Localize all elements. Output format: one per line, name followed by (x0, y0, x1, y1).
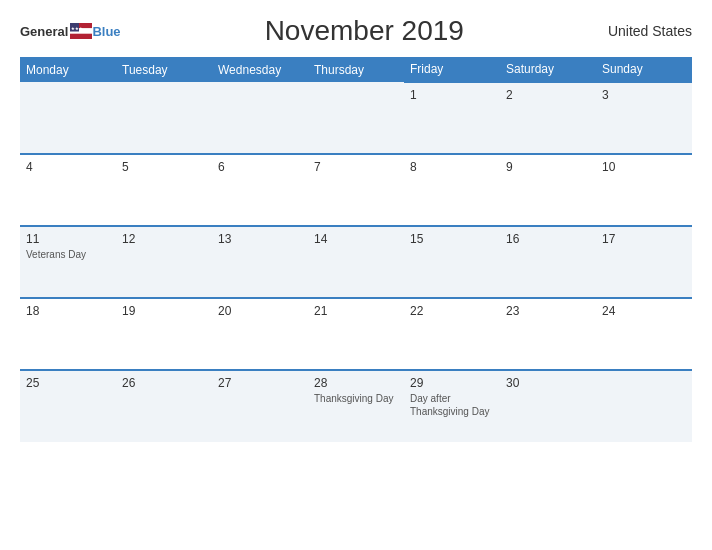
calendar-cell: 8 (404, 154, 500, 226)
day-number: 6 (218, 160, 302, 174)
day-header-wednesday: Wednesday (212, 57, 308, 82)
day-number: 22 (410, 304, 494, 318)
calendar-cell (116, 82, 212, 154)
calendar-cell: 10 (596, 154, 692, 226)
calendar-cell: 3 (596, 82, 692, 154)
day-header-tuesday: Tuesday (116, 57, 212, 82)
day-number: 11 (26, 232, 110, 246)
week-row: 45678910 (20, 154, 692, 226)
day-header-thursday: Thursday (308, 57, 404, 82)
calendar-cell: 2 (500, 82, 596, 154)
calendar-cell: 29Day afterThanksgiving Day (404, 370, 500, 442)
calendar-header: MondayTuesdayWednesdayThursdayFridaySatu… (20, 57, 692, 82)
day-number: 9 (506, 160, 590, 174)
logo-flag-icon: ★★★ (70, 23, 92, 39)
calendar-cell (308, 82, 404, 154)
calendar-cell: 18 (20, 298, 116, 370)
day-number: 17 (602, 232, 686, 246)
day-header-friday: Friday (404, 57, 500, 82)
calendar-cell: 24 (596, 298, 692, 370)
calendar-cell: 23 (500, 298, 596, 370)
day-number: 24 (602, 304, 686, 318)
day-number: 13 (218, 232, 302, 246)
week-row: 25262728Thanksgiving Day29Day afterThank… (20, 370, 692, 442)
calendar-cell: 27 (212, 370, 308, 442)
day-number: 16 (506, 232, 590, 246)
holiday-label: Day afterThanksgiving Day (410, 392, 494, 418)
calendar-cell: 19 (116, 298, 212, 370)
week-row: 18192021222324 (20, 298, 692, 370)
country-label: United States (608, 23, 692, 39)
day-header-saturday: Saturday (500, 57, 596, 82)
calendar-cell: 16 (500, 226, 596, 298)
calendar-table: MondayTuesdayWednesdayThursdayFridaySatu… (20, 57, 692, 442)
day-number: 18 (26, 304, 110, 318)
day-number: 15 (410, 232, 494, 246)
calendar-cell: 20 (212, 298, 308, 370)
week-row: 11Veterans Day121314151617 (20, 226, 692, 298)
header-row: MondayTuesdayWednesdayThursdayFridaySatu… (20, 57, 692, 82)
calendar-cell: 9 (500, 154, 596, 226)
calendar-cell (212, 82, 308, 154)
day-header-sunday: Sunday (596, 57, 692, 82)
day-number: 28 (314, 376, 398, 390)
logo: General ★★★ Blue (20, 23, 121, 39)
day-header-monday: Monday (20, 57, 116, 82)
day-number: 8 (410, 160, 494, 174)
day-number: 25 (26, 376, 110, 390)
calendar-cell: 4 (20, 154, 116, 226)
calendar-cell: 25 (20, 370, 116, 442)
calendar-cell: 5 (116, 154, 212, 226)
day-number: 4 (26, 160, 110, 174)
day-number: 27 (218, 376, 302, 390)
calendar-cell: 11Veterans Day (20, 226, 116, 298)
day-number: 21 (314, 304, 398, 318)
calendar-cell: 26 (116, 370, 212, 442)
day-number: 5 (122, 160, 206, 174)
day-number: 2 (506, 88, 590, 102)
day-number: 23 (506, 304, 590, 318)
holiday-label: Thanksgiving Day (314, 392, 398, 405)
logo-general-text: General (20, 24, 68, 39)
calendar-cell (596, 370, 692, 442)
calendar-body: 1234567891011Veterans Day121314151617181… (20, 82, 692, 442)
day-number: 19 (122, 304, 206, 318)
calendar-cell: 12 (116, 226, 212, 298)
svg-rect-2 (70, 34, 92, 39)
logo-blue-text: Blue (92, 24, 120, 39)
calendar-cell: 6 (212, 154, 308, 226)
day-number: 20 (218, 304, 302, 318)
day-number: 12 (122, 232, 206, 246)
calendar-cell: 13 (212, 226, 308, 298)
calendar-cell: 30 (500, 370, 596, 442)
calendar-cell: 17 (596, 226, 692, 298)
calendar-cell: 14 (308, 226, 404, 298)
calendar-page: General ★★★ Blue November 2019 United St… (0, 0, 712, 550)
calendar-cell: 15 (404, 226, 500, 298)
month-title: November 2019 (265, 15, 464, 47)
calendar-cell (20, 82, 116, 154)
day-number: 1 (410, 88, 494, 102)
week-row: 123 (20, 82, 692, 154)
header: General ★★★ Blue November 2019 United St… (20, 15, 692, 47)
calendar-cell: 28Thanksgiving Day (308, 370, 404, 442)
day-number: 30 (506, 376, 590, 390)
day-number: 7 (314, 160, 398, 174)
day-number: 3 (602, 88, 686, 102)
day-number: 14 (314, 232, 398, 246)
calendar-cell: 21 (308, 298, 404, 370)
svg-text:★★★: ★★★ (71, 26, 83, 31)
day-number: 29 (410, 376, 494, 390)
calendar-cell: 7 (308, 154, 404, 226)
calendar-cell: 1 (404, 82, 500, 154)
calendar-cell: 22 (404, 298, 500, 370)
day-number: 10 (602, 160, 686, 174)
day-number: 26 (122, 376, 206, 390)
holiday-label: Veterans Day (26, 248, 110, 261)
